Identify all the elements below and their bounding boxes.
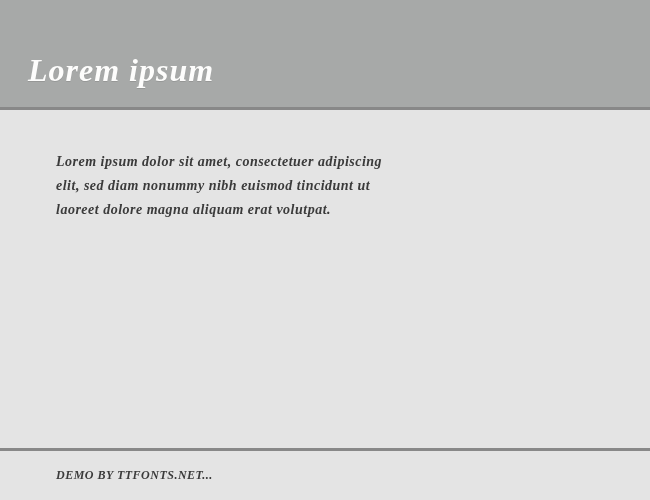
content-area: Lorem ipsum dolor sit amet, consectetuer… (0, 110, 650, 448)
footer: DEMO BY TTFONTS.NET... (0, 451, 650, 500)
body-text: Lorem ipsum dolor sit amet, consectetuer… (56, 150, 396, 221)
footer-text: DEMO BY TTFONTS.NET... (56, 468, 213, 483)
header: Lorem ipsum (0, 0, 650, 110)
page-title: Lorem ipsum (28, 52, 214, 89)
